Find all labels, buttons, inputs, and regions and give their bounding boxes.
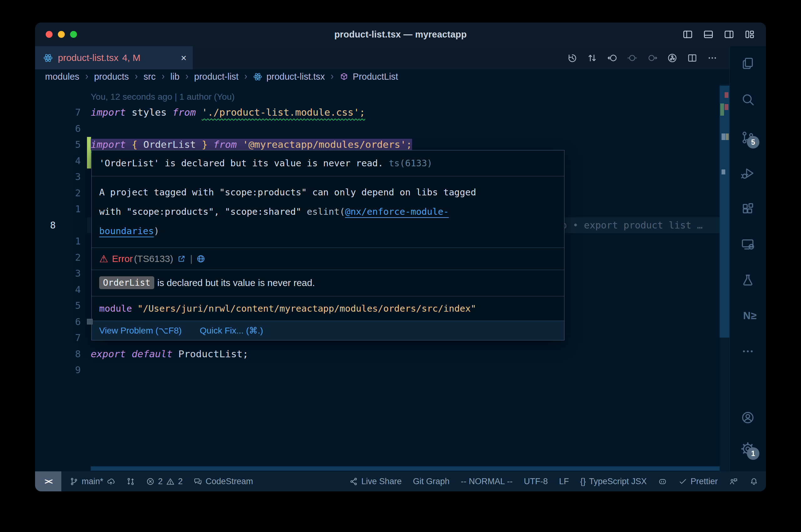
- minimize-window-button[interactable]: [58, 31, 65, 38]
- comment-icon: [193, 477, 202, 486]
- layout-sidebar-right-icon[interactable]: [723, 29, 735, 40]
- status-live-share[interactable]: Live Share: [349, 477, 402, 486]
- breadcrumb-item-products[interactable]: products: [94, 72, 129, 82]
- status-label: UTF-8: [524, 477, 548, 486]
- activity-testing-button[interactable]: [741, 273, 755, 287]
- error-hover-tooltip: 'OrderList' is declared but its value is…: [91, 150, 564, 340]
- next-change-button[interactable]: [647, 53, 658, 63]
- traffic-lights: [46, 31, 77, 38]
- status-copilot[interactable]: [658, 477, 667, 486]
- line-number: 7: [35, 104, 81, 121]
- activity-accounts-button[interactable]: [741, 411, 755, 425]
- tab-bar: product-list.tsx 4, M ×: [35, 46, 730, 70]
- tab-product-list[interactable]: product-list.tsx 4, M ×: [35, 46, 193, 70]
- activity-bar: 5N≥1: [729, 46, 766, 471]
- error-mark: [725, 104, 728, 110]
- status-vim-mode[interactable]: -- NORMAL --: [461, 477, 512, 486]
- status-gitlens-compare[interactable]: [126, 477, 135, 486]
- activity-search-button[interactable]: [741, 92, 755, 107]
- breadcrumb-item-productlist[interactable]: ProductList: [353, 72, 398, 82]
- breadcrumb-item-product-list-tsx[interactable]: product-list.tsx: [266, 72, 325, 82]
- error-code: (TS6133): [134, 253, 173, 264]
- activity-source-control-button[interactable]: 5: [741, 130, 755, 145]
- hover-error-row: ⚠ Error (TS6133) |: [92, 248, 564, 270]
- close-window-button[interactable]: [46, 31, 53, 38]
- horizontal-scrollbar[interactable]: [91, 467, 720, 471]
- more-actions-button[interactable]: [707, 53, 718, 63]
- activity-more-views-button[interactable]: [741, 344, 755, 359]
- activity-nx-console-button[interactable]: N≥: [741, 308, 759, 323]
- hover-ts-message: 'OrderList' is declared but its value is…: [92, 150, 564, 176]
- code-editor[interactable]: 76543218123456789 You, 12 seconds ago | …: [35, 84, 730, 471]
- scrollbar-slider[interactable]: [720, 86, 730, 338]
- breadcrumb-item-product-list[interactable]: product-list: [194, 72, 239, 82]
- hover-module-path: module "/Users/juri/nrwl/content/myreact…: [92, 296, 564, 321]
- previous-change-button[interactable]: [627, 53, 638, 63]
- breadcrumb-item-modules[interactable]: modules: [45, 72, 79, 82]
- navigate-back-button[interactable]: [607, 53, 618, 63]
- share-icon: [349, 477, 358, 486]
- timeline-button[interactable]: [567, 53, 578, 63]
- warning-triangle-icon: [166, 477, 175, 486]
- remote-indicator[interactable]: ><: [35, 471, 61, 491]
- scrollbar-overview-ruler[interactable]: [720, 84, 730, 471]
- react-icon: [43, 53, 53, 63]
- status-label: 2: [158, 477, 163, 486]
- tab-label: product-list.tsx: [58, 53, 118, 63]
- hover-resize-grip[interactable]: [87, 319, 93, 324]
- breadcrumb: modulesproductssrclibproduct-listproduct…: [35, 70, 730, 84]
- braces-icon: {}: [580, 477, 586, 486]
- globe-icon[interactable]: [196, 254, 205, 264]
- status-label: LF: [559, 477, 569, 486]
- status-language-mode[interactable]: {}TypeScript JSX: [580, 477, 647, 486]
- status-git-branch[interactable]: main*: [70, 477, 115, 486]
- breadcrumb-item-src[interactable]: src: [144, 72, 156, 82]
- gitlens-blame-annotation: You, 12 seconds ago | 1 author (You): [91, 89, 235, 104]
- status-feedback[interactable]: [729, 477, 738, 486]
- view-problem-button[interactable]: View Problem (⌥F8): [99, 325, 182, 336]
- vscode-window: product-list.tsx — myreactapp product-li…: [35, 22, 766, 491]
- hover-eslint-message: A project tagged with "scope:products" c…: [92, 176, 564, 248]
- split-editor-button[interactable]: [687, 53, 698, 63]
- quick-fix-button[interactable]: Quick Fix... (⌘.): [200, 325, 263, 336]
- activity-explorer-button[interactable]: [741, 56, 755, 71]
- close-tab-icon[interactable]: ×: [181, 53, 186, 63]
- badge: 5: [747, 136, 759, 149]
- line-number: 3: [35, 265, 81, 282]
- git-added-mark: [720, 103, 724, 116]
- chevron-right-icon: [329, 73, 335, 80]
- error-mark: [725, 92, 728, 98]
- status-prettier[interactable]: Prettier: [678, 477, 718, 486]
- line-number: 2: [35, 185, 81, 201]
- run-graph-button[interactable]: [667, 53, 678, 63]
- status-label: Prettier: [691, 477, 718, 486]
- layout-custom-icon[interactable]: [744, 29, 755, 40]
- compare-changes-button[interactable]: [587, 53, 598, 63]
- status-problems[interactable]: 22: [146, 477, 183, 486]
- status-codestream[interactable]: CodeStream: [193, 477, 253, 486]
- feedback-icon: [729, 477, 738, 486]
- hover-actions: View Problem (⌥F8) Quick Fix... (⌘.): [92, 321, 564, 340]
- breadcrumb-item-lib[interactable]: lib: [170, 72, 180, 82]
- status-eol[interactable]: LF: [559, 477, 569, 486]
- line-number: 3: [35, 169, 81, 185]
- activity-run-and-debug-button[interactable]: [741, 166, 755, 180]
- status-encoding[interactable]: UTF-8: [524, 477, 548, 486]
- check-icon: [678, 477, 688, 486]
- cursor-mark: [722, 169, 725, 174]
- status-label: Live Share: [361, 477, 402, 486]
- status-label: 2: [178, 477, 183, 486]
- status-notifications[interactable]: [749, 477, 759, 486]
- chevron-right-icon: [160, 73, 166, 80]
- bell-icon: [749, 477, 759, 486]
- react-icon: [253, 72, 262, 81]
- activity-extensions-button[interactable]: [741, 202, 755, 216]
- zoom-window-button[interactable]: [70, 31, 77, 38]
- activity-remote-explorer-button[interactable]: [741, 237, 755, 252]
- window-title: product-list.tsx — myreactapp: [334, 30, 467, 40]
- open-external-icon[interactable]: [177, 254, 186, 264]
- layout-panel-icon[interactable]: [703, 29, 714, 40]
- status-git-graph[interactable]: Git Graph: [413, 477, 450, 486]
- activity-settings-button[interactable]: 1: [741, 442, 755, 456]
- layout-sidebar-left-icon[interactable]: [682, 29, 693, 40]
